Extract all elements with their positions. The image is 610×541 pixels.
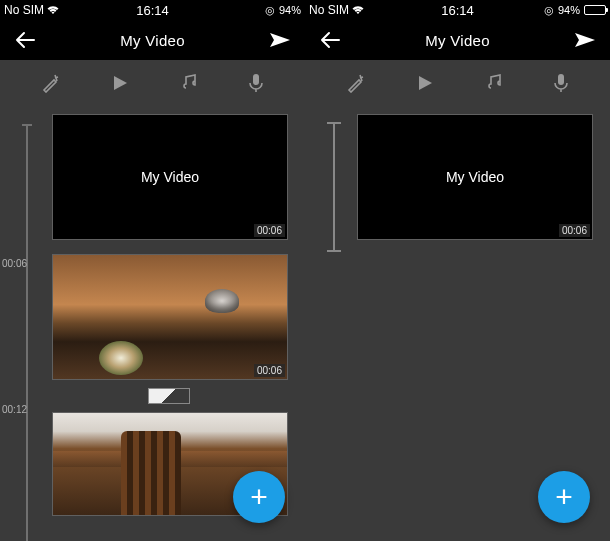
left-screenshot: No SIM 16:14 ◎ 94% My Video 00:06 00:12 … — [0, 0, 305, 541]
header-bar: My Video — [0, 20, 305, 60]
add-clip-button[interactable]: + — [233, 471, 285, 523]
status-right: ◎ 94% — [265, 4, 301, 17]
page-title: My Video — [120, 32, 185, 49]
plus-icon: + — [555, 482, 573, 512]
plus-icon: + — [250, 482, 268, 512]
clip-duration: 00:06 — [559, 224, 590, 237]
thumbnail-object — [99, 341, 143, 375]
svg-rect-0 — [253, 74, 259, 85]
page-title: My Video — [425, 32, 490, 49]
thumbnail-object — [121, 431, 181, 516]
title-clip[interactable]: My Video 00:06 — [52, 114, 288, 240]
battery-percent: 94% — [558, 4, 580, 16]
clip-duration: 00:06 — [254, 364, 285, 377]
svg-rect-1 — [558, 74, 564, 85]
back-icon[interactable] — [319, 31, 341, 49]
microphone-icon[interactable] — [248, 73, 264, 93]
thumbnail-object — [205, 289, 239, 313]
send-icon[interactable] — [574, 31, 596, 49]
back-icon[interactable] — [14, 31, 36, 49]
music-icon[interactable] — [180, 74, 198, 92]
transition-icon[interactable] — [148, 388, 190, 404]
play-icon[interactable] — [111, 74, 129, 92]
right-screenshot: No SIM 16:14 ◎ 94% My Video My Video 00:… — [305, 0, 610, 541]
status-time: 16:14 — [441, 3, 474, 18]
carrier-text: No SIM — [4, 3, 44, 17]
wifi-icon — [351, 5, 365, 15]
status-bar: No SIM 16:14 ◎ 94% — [305, 0, 610, 20]
time-label-2: 00:12 — [2, 404, 27, 415]
title-clip-label: My Video — [446, 169, 504, 185]
add-clip-button[interactable]: + — [538, 471, 590, 523]
video-clip-1[interactable]: 00:06 — [52, 254, 288, 380]
title-clip-label: My Video — [141, 169, 199, 185]
battery-percent: 94% — [279, 4, 301, 16]
status-left: No SIM — [309, 3, 365, 17]
music-icon[interactable] — [485, 74, 503, 92]
battery-circle-icon: ◎ — [544, 4, 554, 17]
status-right: ◎ 94% — [544, 4, 606, 17]
header-bar: My Video — [305, 20, 610, 60]
toolbar — [305, 60, 610, 106]
title-clip[interactable]: My Video 00:06 — [357, 114, 593, 240]
microphone-icon[interactable] — [553, 73, 569, 93]
battery-circle-icon: ◎ — [265, 4, 275, 17]
send-icon[interactable] — [269, 31, 291, 49]
battery-icon — [584, 5, 606, 15]
status-left: No SIM — [4, 3, 60, 17]
timeline-ruler — [26, 124, 28, 541]
status-time: 16:14 — [136, 3, 169, 18]
clip-duration: 00:06 — [254, 224, 285, 237]
carrier-text: No SIM — [309, 3, 349, 17]
magic-wand-icon[interactable] — [346, 73, 366, 93]
status-bar: No SIM 16:14 ◎ 94% — [0, 0, 305, 20]
play-icon[interactable] — [416, 74, 434, 92]
wifi-icon — [46, 5, 60, 15]
selection-bracket[interactable] — [327, 122, 341, 252]
toolbar — [0, 60, 305, 106]
magic-wand-icon[interactable] — [41, 73, 61, 93]
time-label-1: 00:06 — [2, 258, 27, 269]
